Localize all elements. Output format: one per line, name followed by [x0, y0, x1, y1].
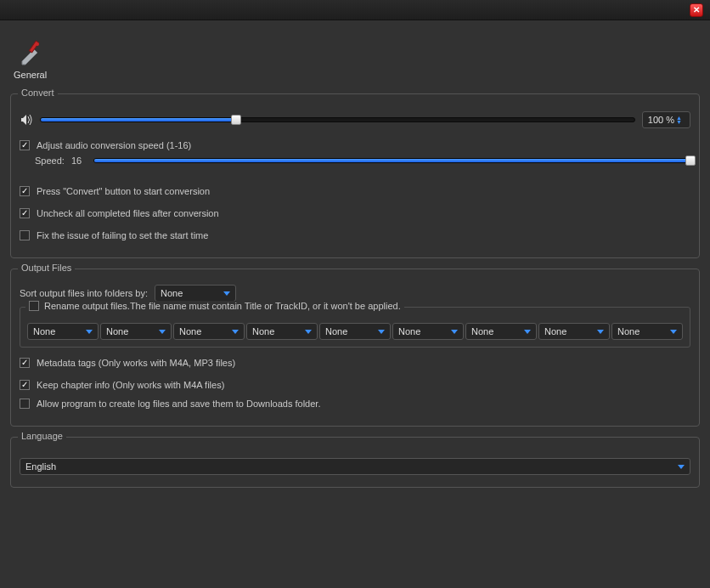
- name-part-value: None: [544, 326, 566, 336]
- speed-slider[interactable]: [93, 156, 690, 165]
- speed-row: Speed: 16: [35, 155, 690, 166]
- rename-label: Rename output files.The file name must c…: [44, 301, 401, 311]
- name-part-value: None: [617, 326, 640, 336]
- rename-subsection: Rename output files.The file name must c…: [20, 307, 690, 348]
- volume-value-box[interactable]: 100 % ▲ ▼: [642, 111, 690, 128]
- fix-start-checkbox[interactable]: [20, 230, 30, 240]
- svg-point-1: [36, 42, 39, 46]
- volume-stepper[interactable]: ▲ ▼: [676, 116, 685, 124]
- sort-value: None: [161, 288, 183, 298]
- name-part-dropdown-8[interactable]: None: [611, 323, 683, 340]
- volume-icon: [20, 113, 33, 127]
- adjust-speed-row: Adjust audio conversion speed (1-16): [20, 140, 690, 150]
- speed-slider-thumb[interactable]: [685, 155, 696, 166]
- chapter-row: Keep chapter info (Only works with M4A f…: [20, 380, 690, 390]
- volume-slider-thumb[interactable]: [231, 115, 241, 125]
- volume-slider[interactable]: [40, 116, 635, 124]
- language-legend: Language: [18, 431, 66, 441]
- speed-value: 16: [71, 155, 87, 166]
- name-part-dropdown-2[interactable]: None: [173, 323, 245, 340]
- language-dropdown[interactable]: English: [20, 458, 690, 475]
- chevron-down-icon: [670, 330, 677, 334]
- metadata-label: Metadata tags (Only works with M4A, MP3 …: [37, 358, 235, 368]
- name-part-value: None: [106, 326, 128, 336]
- chevron-down-icon: [524, 330, 531, 334]
- sort-label: Sort output files into folders by:: [20, 288, 148, 298]
- volume-row: 100 % ▲ ▼: [20, 111, 690, 128]
- chevron-down-icon: [232, 330, 239, 334]
- uncheck-completed-checkbox[interactable]: [20, 208, 30, 218]
- press-convert-checkbox[interactable]: [20, 186, 30, 196]
- chevron-down-icon: [159, 330, 166, 334]
- name-part-value: None: [179, 326, 201, 336]
- chevron-down-icon: [378, 330, 385, 334]
- name-part-value: None: [471, 326, 493, 336]
- tab-general[interactable]: General: [14, 39, 47, 80]
- log-label: Allow program to create log files and sa…: [37, 399, 320, 409]
- chevron-down-icon: [597, 330, 604, 334]
- output-section: Output Files Sort output files into fold…: [10, 269, 700, 427]
- chapter-label: Keep chapter info (Only works with M4A f…: [37, 380, 224, 390]
- press-convert-label: Press "Convert" button to start conversi…: [37, 186, 210, 196]
- name-part-dropdown-0[interactable]: None: [27, 323, 99, 340]
- close-button[interactable]: ✕: [690, 3, 703, 17]
- titlebar: ✕: [0, 0, 710, 20]
- press-convert-row: Press "Convert" button to start conversi…: [20, 186, 690, 196]
- content: General Convert 100 % ▲ ▼: [0, 20, 710, 505]
- name-part-value: None: [325, 326, 347, 336]
- chevron-down-icon: [451, 330, 458, 334]
- output-legend: Output Files: [18, 263, 75, 273]
- name-part-dropdown-7[interactable]: None: [538, 323, 610, 340]
- adjust-speed-checkbox[interactable]: [20, 140, 30, 150]
- rename-legend-row: Rename output files.The file name must c…: [25, 301, 404, 311]
- chevron-down-icon: [86, 330, 93, 334]
- log-checkbox[interactable]: [20, 399, 30, 409]
- tab-general-label: General: [14, 70, 47, 80]
- language-section: Language English: [10, 437, 700, 488]
- name-part-dropdown-3[interactable]: None: [246, 323, 318, 340]
- name-part-value: None: [398, 326, 420, 336]
- name-part-dropdown-1[interactable]: None: [100, 323, 172, 340]
- speed-label: Speed:: [35, 155, 65, 166]
- fix-start-row: Fix the issue of failing to set the star…: [20, 230, 690, 240]
- chevron-down-icon: [305, 330, 312, 334]
- adjust-speed-label: Adjust audio conversion speed (1-16): [37, 140, 191, 150]
- metadata-row: Metadata tags (Only works with M4A, MP3 …: [20, 358, 690, 368]
- fix-start-label: Fix the issue of failing to set the star…: [37, 230, 208, 240]
- sort-dropdown[interactable]: None: [155, 285, 236, 302]
- chevron-down-icon: [223, 291, 230, 296]
- convert-legend: Convert: [18, 88, 58, 98]
- language-value: English: [25, 461, 56, 472]
- name-part-value: None: [33, 326, 55, 336]
- chapter-checkbox[interactable]: [20, 380, 30, 390]
- metadata-checkbox[interactable]: [20, 358, 30, 368]
- name-parts-row: NoneNoneNoneNoneNoneNoneNoneNoneNone: [27, 323, 683, 340]
- name-part-dropdown-4[interactable]: None: [319, 323, 391, 340]
- sort-row: Sort output files into folders by: None: [20, 285, 690, 302]
- convert-section: Convert 100 % ▲ ▼: [10, 93, 700, 258]
- close-icon: ✕: [693, 5, 700, 14]
- chevron-down-icon: [678, 465, 685, 469]
- name-part-dropdown-6[interactable]: None: [465, 323, 537, 340]
- volume-down-icon[interactable]: ▼: [676, 120, 685, 124]
- name-part-value: None: [252, 326, 274, 336]
- uncheck-completed-label: Uncheck all completed files after conver…: [37, 208, 219, 218]
- name-part-dropdown-5[interactable]: None: [392, 323, 464, 340]
- tab-header: General: [10, 27, 700, 83]
- rename-checkbox[interactable]: [29, 301, 39, 311]
- uncheck-completed-row: Uncheck all completed files after conver…: [20, 208, 690, 218]
- tools-icon: [17, 39, 44, 66]
- volume-value: 100 %: [648, 115, 674, 125]
- log-row: Allow program to create log files and sa…: [20, 399, 690, 409]
